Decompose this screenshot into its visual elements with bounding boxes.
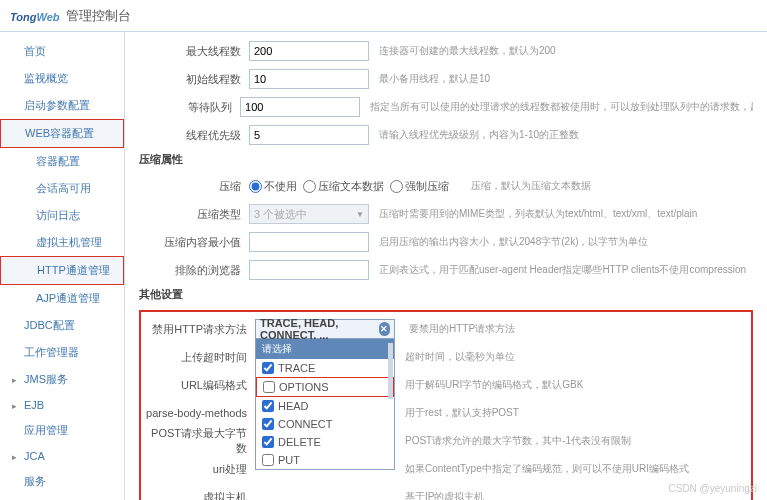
hint-priority: 请输入线程优先级级别，内容为1-10的正整数 (379, 128, 579, 142)
hint-disable-http: 要禁用的HTTP请求方法 (409, 322, 515, 336)
input-init-threads[interactable] (249, 69, 369, 89)
input-queue[interactable] (240, 97, 360, 117)
label-init-threads: 初始线程数 (139, 72, 249, 87)
label-maxpost: POST请求最大字节数 (145, 426, 255, 456)
dd-item-head[interactable]: HEAD (256, 397, 394, 415)
hint-compress-exclude: 正则表达式，用于匹配user-agent Header指定哪些HTTP clie… (379, 263, 746, 277)
nav-service[interactable]: 服务 (0, 468, 124, 495)
label-compress-type: 压缩类型 (139, 207, 249, 222)
label-compress-exclude: 排除的浏览器 (139, 263, 249, 278)
scrollbar[interactable] (388, 343, 393, 399)
radio-compress-none[interactable] (249, 180, 262, 193)
nav-ejb[interactable]: EJB (0, 393, 124, 417)
nav-appmgr[interactable]: 应用管理 (0, 417, 124, 444)
highlighted-box: 禁用HTTP请求方法 TRACE, HEAD, CONNECT, ...✕ 请选… (139, 310, 753, 500)
multiselect-disable-http[interactable]: TRACE, HEAD, CONNECT, ...✕ 请选择 TRACE OPT… (255, 319, 395, 339)
label-uri: uri处理 (145, 462, 255, 477)
label-disable-http: 禁用HTTP请求方法 (145, 322, 255, 337)
hint-uri: 如果ContentType中指定了编码规范，则可以不使用URI编码格式 (405, 462, 689, 476)
hint-max-threads: 连接器可创建的最大线程数，默认为200 (379, 44, 556, 58)
nav-jdbc[interactable]: JDBC配置 (0, 312, 124, 339)
hint-init-threads: 最小备用线程，默认是10 (379, 72, 490, 86)
label-parsebody: parse-body-methods (145, 407, 255, 419)
nav-accesslog[interactable]: 访问日志 (0, 202, 124, 229)
hint-timeout: 超时时间，以毫秒为单位 (405, 350, 515, 364)
radio-compress-force[interactable] (390, 180, 403, 193)
label-queue: 等待队列 (139, 100, 240, 115)
dropdown-methods: 请选择 TRACE OPTIONS HEAD CONNECT DELETE PU… (255, 339, 395, 470)
header: TongWeb 管理控制台 (0, 0, 767, 32)
nav-webcontainer[interactable]: WEB容器配置 (0, 119, 124, 148)
hint-compress-type: 压缩时需要用到的MIME类型，列表默认为text/html、text/xml、t… (379, 207, 697, 221)
hint-queue: 指定当所有可以使用的处理请求的线程数都被使用时，可以放到处理队列中的请求数，超过… (370, 100, 753, 114)
nav-workmgr[interactable]: 工作管理器 (0, 339, 124, 366)
nav-jms[interactable]: JMS服务 (0, 366, 124, 393)
nav-vhost[interactable]: 虚拟主机管理 (0, 229, 124, 256)
hint-compress-min: 启用压缩的输出内容大小，默认2048字节(2k)，以字节为单位 (379, 235, 648, 249)
chevron-down-icon: ▼ (356, 210, 364, 219)
dropdown-prompt: 请选择 (256, 339, 394, 359)
radio-compress-text[interactable] (303, 180, 316, 193)
label-compress-min: 压缩内容最小值 (139, 235, 249, 250)
dd-item-connect[interactable]: CONNECT (256, 415, 394, 433)
input-max-threads[interactable] (249, 41, 369, 61)
nav-security[interactable]: 安全服务 (0, 495, 124, 500)
watermark: CSDN @yeyuningzi (668, 483, 757, 494)
nav-startup[interactable]: 启动参数配置 (0, 92, 124, 119)
input-compress-min[interactable] (249, 232, 369, 252)
clear-icon[interactable]: ✕ (379, 322, 390, 336)
section-other: 其他设置 (139, 287, 753, 302)
dd-item-put[interactable]: PUT (256, 451, 394, 469)
nav-jca[interactable]: JCA (0, 444, 124, 468)
brand-logo: TongWeb (10, 5, 60, 26)
nav-httpchannel[interactable]: HTTP通道管理 (0, 256, 124, 285)
hint-maxpost: POST请求允许的最大字节数，其中-1代表没有限制 (405, 434, 631, 448)
header-title: 管理控制台 (66, 7, 131, 25)
label-vhost: 虚拟主机 (145, 490, 255, 501)
section-compress: 压缩属性 (139, 152, 753, 167)
input-priority[interactable] (249, 125, 369, 145)
nav-session[interactable]: 会话高可用 (0, 175, 124, 202)
hint-compress: 压缩，默认为压缩文本数据 (471, 179, 591, 193)
input-compress-exclude[interactable] (249, 260, 369, 280)
nav-ajpchannel[interactable]: AJP通道管理 (0, 285, 124, 312)
label-timeout: 上传超时时间 (145, 350, 255, 365)
label-compress: 压缩 (139, 179, 249, 194)
nav-container[interactable]: 容器配置 (0, 148, 124, 175)
dd-item-trace[interactable]: TRACE (256, 359, 394, 377)
hint-parsebody: 用于rest，默认支持POST (405, 406, 519, 420)
select-compress-type[interactable]: 3 个被选中▼ (249, 204, 369, 224)
dd-item-delete[interactable]: DELETE (256, 433, 394, 451)
hint-encoding: 用于解码URI字节的编码格式，默认GBK (405, 378, 583, 392)
label-encoding: URL编码格式 (145, 378, 255, 393)
hint-vhost: 基于IP的虚拟主机 (405, 490, 484, 500)
sidebar: 首页 监视概览 启动参数配置 WEB容器配置 容器配置 会话高可用 访问日志 虚… (0, 32, 125, 500)
nav-home[interactable]: 首页 (0, 38, 124, 65)
label-priority: 线程优先级 (139, 128, 249, 143)
label-max-threads: 最大线程数 (139, 44, 249, 59)
nav-monitor[interactable]: 监视概览 (0, 65, 124, 92)
dd-item-options[interactable]: OPTIONS (256, 377, 394, 397)
main-content: 最大线程数连接器可创建的最大线程数，默认为200 初始线程数最小备用线程，默认是… (125, 32, 767, 500)
